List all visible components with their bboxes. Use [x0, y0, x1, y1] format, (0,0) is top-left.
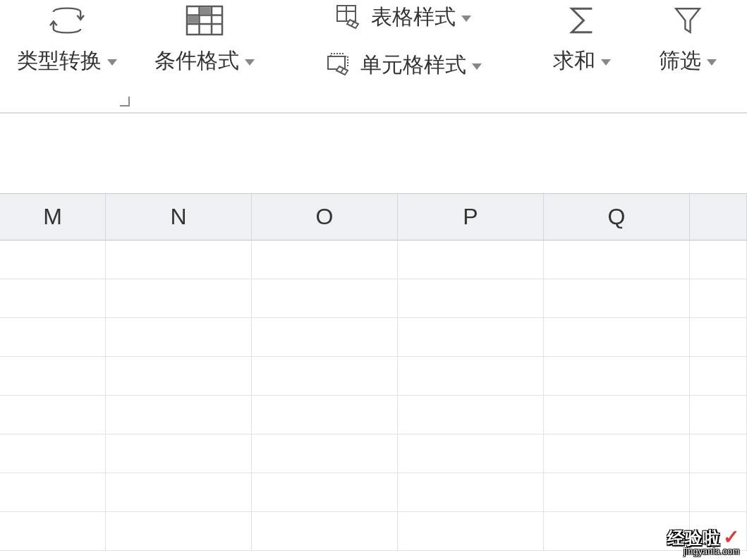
cell-style-button[interactable]: 单元格样式: [318, 48, 486, 82]
cell[interactable]: [544, 434, 690, 473]
cell[interactable]: [0, 434, 106, 473]
cell[interactable]: [690, 434, 747, 473]
column-header[interactable]: [690, 194, 747, 240]
watermark: 经验啦✓ jingyanla.com: [667, 528, 740, 556]
sum-button[interactable]: 求和: [547, 0, 617, 78]
table-row: [0, 434, 747, 473]
cell[interactable]: [544, 473, 690, 512]
ribbon-group-type-convert: 类型转换: [0, 0, 134, 109]
type-convert-icon: [46, 3, 88, 38]
column-header-row: M N O P Q: [0, 194, 747, 241]
table-style-button[interactable]: 表格样式: [329, 0, 475, 34]
cell[interactable]: [252, 512, 398, 551]
table-row: [0, 473, 747, 512]
cell[interactable]: [252, 434, 398, 473]
cell[interactable]: [252, 396, 398, 434]
ribbon-group-sum: 求和: [529, 0, 635, 109]
column-header[interactable]: M: [0, 194, 106, 240]
chevron-down-icon: [107, 59, 117, 66]
cell[interactable]: [106, 241, 252, 279]
table-row: [0, 396, 747, 434]
table-row: [0, 512, 747, 551]
cell[interactable]: [0, 396, 106, 434]
watermark-brand: 经验啦: [667, 528, 720, 547]
cell[interactable]: [544, 241, 690, 279]
cell[interactable]: [398, 512, 544, 551]
table-style-icon: [333, 1, 364, 32]
formula-bar-area: [0, 113, 747, 194]
cond-format-icon: [183, 3, 226, 38]
cell[interactable]: [690, 318, 747, 357]
watermark-url: jingyanla.com: [667, 547, 740, 556]
dialog-launcher-icon[interactable]: [120, 97, 130, 106]
cell[interactable]: [544, 396, 690, 434]
cell[interactable]: [252, 473, 398, 512]
cell[interactable]: [106, 434, 252, 473]
table-row: [0, 241, 747, 279]
chevron-down-icon: [707, 59, 717, 66]
cell[interactable]: [106, 357, 252, 396]
cell[interactable]: [398, 241, 544, 279]
ribbon-toolbar: 类型转换 条件格式: [0, 0, 747, 113]
spreadsheet-grid: M N O P Q: [0, 194, 747, 551]
cell[interactable]: [0, 318, 106, 357]
chevron-down-icon: [601, 59, 611, 66]
cell[interactable]: [398, 318, 544, 357]
cell[interactable]: [690, 473, 747, 512]
cell[interactable]: [106, 396, 252, 434]
cell[interactable]: [398, 473, 544, 512]
filter-button[interactable]: 筛选: [653, 0, 722, 78]
cell[interactable]: [252, 318, 398, 357]
cell[interactable]: [398, 279, 544, 318]
cond-format-button[interactable]: 条件格式: [149, 0, 260, 78]
cell[interactable]: [0, 357, 106, 396]
ribbon-group-cond-format: 条件格式: [134, 0, 275, 109]
cell[interactable]: [398, 357, 544, 396]
cell[interactable]: [106, 512, 252, 551]
svg-rect-6: [188, 16, 198, 23]
cell[interactable]: [0, 279, 106, 318]
cell[interactable]: [0, 473, 106, 512]
column-header[interactable]: O: [252, 194, 398, 240]
table-style-label: 表格样式: [371, 3, 456, 32]
chevron-down-icon: [472, 63, 482, 70]
cell-style-label: 单元格样式: [360, 51, 466, 80]
cell[interactable]: [398, 434, 544, 473]
cell-style-icon: [322, 49, 353, 80]
column-header[interactable]: Q: [544, 194, 690, 240]
cell[interactable]: [0, 512, 106, 551]
type-convert-label: 类型转换: [17, 47, 102, 75]
chevron-down-icon: [461, 16, 471, 22]
table-row: [0, 318, 747, 357]
cell[interactable]: [252, 357, 398, 396]
cell[interactable]: [252, 279, 398, 318]
cell[interactable]: [544, 357, 690, 396]
cell[interactable]: [690, 396, 747, 434]
cell[interactable]: [0, 241, 106, 279]
cell[interactable]: [252, 241, 398, 279]
table-row: [0, 357, 747, 396]
cell[interactable]: [544, 318, 690, 357]
sigma-icon: [561, 3, 603, 38]
ribbon-group-filter: 筛选: [635, 0, 741, 109]
cell[interactable]: [690, 279, 747, 318]
cell[interactable]: [690, 357, 747, 396]
check-icon: ✓: [723, 526, 740, 548]
chevron-down-icon: [245, 59, 255, 66]
type-convert-button[interactable]: 类型转换: [11, 0, 123, 78]
sum-label: 求和: [553, 47, 595, 75]
cell[interactable]: [544, 279, 690, 318]
cell[interactable]: [398, 396, 544, 434]
cell[interactable]: [106, 318, 252, 357]
cell[interactable]: [106, 473, 252, 512]
table-row: [0, 279, 747, 318]
svg-rect-5: [200, 7, 211, 14]
column-header[interactable]: N: [106, 194, 252, 240]
column-header[interactable]: P: [398, 194, 544, 240]
ribbon-group-styles: 表格样式 单元格样式: [275, 0, 529, 109]
cell[interactable]: [106, 279, 252, 318]
filter-label: 筛选: [659, 47, 701, 75]
cond-format-label: 条件格式: [154, 47, 239, 75]
grid-body: [0, 241, 747, 551]
cell[interactable]: [690, 241, 747, 279]
